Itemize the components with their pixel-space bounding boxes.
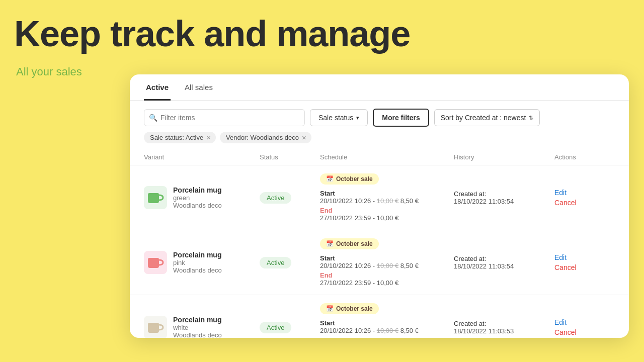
toolbar: 🔍 Sale status ▾ More filters Sort by Cre… xyxy=(130,101,629,127)
variant-cell: Porcelain mug white Woodlands deco xyxy=(144,316,260,338)
end-label: End xyxy=(320,336,454,338)
start-date: 20/10/2022 10:26 - 10,00 € 8,50 € xyxy=(320,262,454,269)
sort-button[interactable]: Sort by Created at : newest ⇅ xyxy=(434,109,540,126)
history-date: 18/10/2022 11:03:54 xyxy=(454,262,554,270)
end-label: End xyxy=(320,272,454,279)
product-info: Porcelain mug white Woodlands deco xyxy=(173,316,222,338)
start-label: Start xyxy=(320,319,454,327)
tab-active[interactable]: Active xyxy=(144,75,171,101)
history-date: 18/10/2022 11:03:53 xyxy=(454,327,554,335)
product-image xyxy=(144,316,167,338)
product-variant: green xyxy=(173,194,222,202)
status-cell: Active xyxy=(260,322,320,333)
sale-tag: 📅October sale xyxy=(320,303,379,314)
product-info: Porcelain mug pink Woodlands deco xyxy=(173,251,222,274)
history-cell: Created at: 18/10/2022 11:03:54 xyxy=(454,190,554,205)
table-container: Variant Status Schedule History Actions … xyxy=(130,149,629,338)
status-badge: Active xyxy=(260,322,291,333)
variant-cell: Porcelain mug pink Woodlands deco xyxy=(144,251,260,274)
variant-cell: Porcelain mug green Woodlands deco xyxy=(144,186,260,209)
hero-subtitle: All your sales xyxy=(16,65,82,78)
actions-cell: Edit Cancel xyxy=(554,253,615,272)
cancel-button[interactable]: Cancel xyxy=(554,199,615,207)
cancel-button[interactable]: Cancel xyxy=(554,328,615,336)
product-name: Porcelain mug xyxy=(173,186,222,194)
status-badge: Active xyxy=(260,192,291,204)
start-label: Start xyxy=(320,254,454,262)
col-header-variant: Variant xyxy=(144,153,260,161)
end-date: 27/10/2022 23:59 - 10,00 € xyxy=(320,214,454,222)
table-row: Porcelain mug pink Woodlands deco Active… xyxy=(130,230,629,295)
search-wrapper: 🔍 xyxy=(144,109,305,126)
svg-rect-3 xyxy=(148,258,159,260)
calendar-icon: 📅 xyxy=(326,305,334,312)
table-row: Porcelain mug green Woodlands deco Activ… xyxy=(130,165,629,230)
actions-cell: Edit Cancel xyxy=(554,318,615,336)
tabs-bar: Active All sales xyxy=(130,74,629,101)
status-cell: Active xyxy=(260,192,320,204)
product-info: Porcelain mug green Woodlands deco xyxy=(173,186,222,209)
sale-tag: 📅October sale xyxy=(320,238,379,249)
product-vendor: Woodlands deco xyxy=(173,331,222,338)
table-header: Variant Status Schedule History Actions xyxy=(130,149,629,165)
product-image xyxy=(144,251,167,274)
table-row: Porcelain mug white Woodlands deco Activ… xyxy=(130,295,629,338)
filter-chips: Sale status: Active × Vendor: Woodlands … xyxy=(130,127,629,143)
product-variant: pink xyxy=(173,259,222,266)
cancel-button[interactable]: Cancel xyxy=(554,263,615,272)
schedule-cell: 📅October sale Start 20/10/2022 10:26 - 1… xyxy=(320,303,454,338)
col-header-history: History xyxy=(454,153,554,161)
status-cell: Active xyxy=(260,257,320,268)
history-cell: Created at: 18/10/2022 11:03:54 xyxy=(454,255,554,270)
product-name: Porcelain mug xyxy=(173,316,222,324)
old-price: 10,00 € xyxy=(377,262,398,269)
col-header-status: Status xyxy=(260,153,320,161)
history-label: Created at: xyxy=(454,320,554,327)
vendor-chip-close-icon[interactable]: × xyxy=(302,134,306,141)
old-price: 10,00 € xyxy=(377,327,398,334)
history-label: Created at: xyxy=(454,255,554,262)
product-image xyxy=(144,186,167,209)
old-price: 10,00 € xyxy=(377,197,398,205)
table-body: Porcelain mug green Woodlands deco Activ… xyxy=(130,165,629,338)
schedule-cell: 📅October sale Start 20/10/2022 10:26 - 1… xyxy=(320,238,454,287)
sale-status-button[interactable]: Sale status ▾ xyxy=(310,109,368,126)
product-name: Porcelain mug xyxy=(173,251,222,259)
col-header-schedule: Schedule xyxy=(320,153,454,161)
svg-rect-5 xyxy=(148,323,159,325)
status-filter-chip: Sale status: Active × xyxy=(144,132,216,143)
product-vendor: Woodlands deco xyxy=(173,266,222,274)
end-date: 27/10/2022 23:59 - 10,00 € xyxy=(320,279,454,287)
tab-all-sales[interactable]: All sales xyxy=(183,75,215,101)
calendar-icon: 📅 xyxy=(326,240,334,247)
search-icon: 🔍 xyxy=(149,114,157,122)
start-label: Start xyxy=(320,190,454,197)
end-label: End xyxy=(320,207,454,214)
status-badge: Active xyxy=(260,257,291,268)
hero-title: Keep track and manage xyxy=(14,14,410,54)
product-variant: white xyxy=(173,324,222,331)
sale-tag: 📅October sale xyxy=(320,173,379,185)
start-date: 20/10/2022 10:26 - 10,00 € 8,50 € xyxy=(320,327,454,334)
edit-button[interactable]: Edit xyxy=(554,189,615,197)
start-date: 20/10/2022 10:26 - 10,00 € 8,50 € xyxy=(320,197,454,205)
svg-rect-1 xyxy=(148,193,159,195)
edit-button[interactable]: Edit xyxy=(554,253,615,261)
chevron-down-icon: ▾ xyxy=(356,115,359,121)
product-vendor: Woodlands deco xyxy=(173,202,222,209)
col-header-actions: Actions xyxy=(554,153,615,161)
history-cell: Created at: 18/10/2022 11:03:53 xyxy=(454,320,554,335)
history-label: Created at: xyxy=(454,190,554,198)
status-chip-close-icon[interactable]: × xyxy=(206,134,211,141)
actions-cell: Edit Cancel xyxy=(554,189,615,207)
search-input[interactable] xyxy=(144,109,305,126)
calendar-icon: 📅 xyxy=(326,175,334,183)
main-card: Active All sales 🔍 Sale status ▾ More fi… xyxy=(130,74,629,338)
schedule-cell: 📅October sale Start 20/10/2022 10:26 - 1… xyxy=(320,173,454,222)
more-filters-button[interactable]: More filters xyxy=(373,109,429,127)
edit-button[interactable]: Edit xyxy=(554,318,615,326)
sort-chevron-icon: ⇅ xyxy=(529,115,533,121)
vendor-filter-chip: Vendor: Woodlands deco × xyxy=(220,132,311,143)
history-date: 18/10/2022 11:03:54 xyxy=(454,198,554,205)
